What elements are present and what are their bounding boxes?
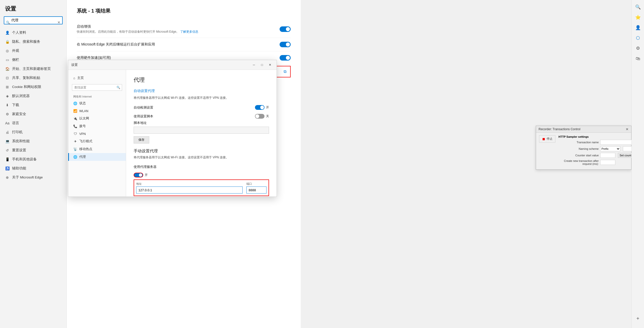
manual-proxy-section: 手动设置代理 将代理服务器用于以太网或 Wi-Fi 连接。这些设置不适用于 VP… [134,149,269,196]
win-home-button[interactable]: ⌂ 主页 [68,74,126,82]
reset-icon: ↺ [5,148,10,152]
run-background-toggle[interactable] [280,42,291,47]
sidebar-item-accessibility[interactable]: ♿ 辅助功能 [0,164,66,173]
printer-icon: 🖨 [5,130,10,134]
use-proxy-state: 开 [145,173,148,177]
transaction-name-label: Transaction name [558,141,599,144]
family-icon: ⚙ [5,112,10,116]
sidebar-item-sidebar[interactable]: ▭ 侧栏 [0,55,66,64]
main-title: 系统 - 1 项结果 [77,8,291,14]
win-nav-item-proxy[interactable]: 🌐 代理 [68,153,126,161]
edge-settings-sidebar: 设置 🔍 ✕ 👤 个人资料 🔒 隐私、搜索和服务 ◎ 外观 ▭ 侧栏 🏠 开始、… [0,0,67,328]
use-proxy-toggle-row: 开 [134,173,269,177]
sidebar-item-default[interactable]: ◈ 默认浏览器 [0,91,66,101]
sidebar-item-printer[interactable]: 🖨 打印机 [0,128,66,137]
manual-proxy-title: 手动设置代理 [134,149,269,154]
win-minimize-button[interactable]: ─ [250,62,257,68]
default-browser-icon: ◈ [5,94,10,98]
win-dialog-title: 设置 [71,63,78,67]
save-button[interactable]: 保存 [134,136,149,144]
wlan-icon: 📶 [73,109,77,113]
auto-proxy-section-title: 自动设置代理 [134,89,269,93]
right-bar-extensions[interactable]: ⬡ [633,33,642,42]
cookies-icon: ⊞ [5,85,10,89]
auto-detect-label: 自动检测设置 [134,105,153,110]
right-bar-favorites[interactable]: ⭐ [633,13,642,22]
win-nav-item-dial[interactable]: 📞 拨号 [68,122,126,130]
hardware-accel-toggle[interactable] [280,55,291,61]
naming-scheme-select[interactable]: Prefix Suffix Format [600,146,620,151]
win-nav-item-status[interactable]: 🌐 状态 [68,100,126,107]
win-nav-item-ethernet[interactable]: 🔌 以太网 [68,115,126,122]
auto-detect-toggle[interactable] [255,105,264,110]
win-maximize-button[interactable]: □ [258,62,266,68]
win-nav-item-airplane[interactable]: ✈ 飞行模式 [68,137,126,145]
search-input[interactable] [4,16,63,24]
win-search-container: 🔍 [68,82,126,93]
hotspot-icon: 📡 [73,147,77,151]
naming-scheme-row: Naming scheme Prefix Suffix Format [558,146,644,151]
use-proxy-toggle[interactable] [134,173,143,177]
sidebar-item-about[interactable]: ⊕ 关于 Microsoft Edge [0,173,66,182]
sidebar-item-profile[interactable]: 👤 个人资料 [0,28,66,37]
stop-button[interactable]: ⏹ 停止 [539,135,555,143]
startup-boost-content: 启动增强 快速转到浏览。启用此功能后，有助于启动设备时更快打开 Microsof… [77,24,280,34]
phone-icon: 📱 [5,157,10,161]
script-toggle-row: 关 [255,114,269,119]
hardware-accel-title: 使用硬件加速(如可用) [77,56,280,60]
right-bar-shop[interactable]: 🛍 [633,54,642,63]
recorder-close-button[interactable]: ✕ [626,127,629,131]
counter-start-label: Counter start value [558,154,599,157]
sidebar-item-reset[interactable]: ↺ 重置设置 [0,146,66,155]
sidebar-item-phone[interactable]: 📱 手机和其他设备 [0,155,66,164]
sidebar-item-share[interactable]: ⊡ 共享、复制和粘贴 [0,73,66,82]
sidebar-item-privacy[interactable]: 🔒 隐私、搜索和服务 [0,37,66,46]
port-input[interactable] [246,186,267,194]
sidebar-item-family[interactable]: ⚙ 家庭安全 [0,110,66,119]
create-trans-input[interactable] [600,160,615,165]
address-input[interactable] [136,186,243,194]
win-settings-dialog: 设置 ─ □ ✕ ⌂ 主页 🔍 网络和 Internet 🌐 状态 📶 [68,60,277,197]
search-clear-icon[interactable]: ✕ [57,20,60,24]
sidebar-title: 设置 [0,5,66,16]
win-search-input[interactable] [72,84,122,91]
right-bar-profile[interactable]: 👤 [633,23,642,32]
right-bar-add[interactable]: + [633,314,642,323]
win-settings-right-panel: 代理 自动设置代理 将代理服务器用于以太网或 Wi-Fi 连接。这些设置不适用于… [126,70,277,197]
appearance-icon: ◎ [5,49,10,53]
hardware-accel-content: 使用硬件加速(如可用) [77,56,280,60]
win-close-button[interactable]: ✕ [267,62,274,68]
right-bar-search[interactable]: 🔍 [633,3,642,12]
win-nav-item-hotspot[interactable]: 📡 移动热点 [68,145,126,153]
win-nav-item-vpn[interactable]: 🛡 VPN [68,130,126,137]
startup-boost-row: 启动增强 快速转到浏览。启用此功能后，有助于启动设备时更快打开 Microsof… [77,21,291,38]
script-address-input[interactable] [134,127,269,134]
sidebar-item-cookies[interactable]: ⊞ Cookie 和网站权限 [0,82,66,91]
sidebar-item-appearance[interactable]: ◎ 外观 [0,46,66,55]
sidebar-item-language[interactable]: Aa 语言 [0,119,66,128]
right-bar-settings[interactable]: ⚙ [633,44,642,53]
use-proxy-label: 使用代理服务器 [134,165,157,169]
win-section-label: 网络和 Internet [68,93,126,100]
port-field: 端口 [246,182,267,194]
sidebar-item-startup[interactable]: 🏠 开始、主页和新建标签页 [0,64,66,73]
sidebar-item-download[interactable]: ⬇ 下载 [0,101,66,110]
counter-start-input[interactable] [600,153,615,158]
recorder-body: ⏹ 停止 HTTP Sampler settings Transaction n… [536,133,631,169]
home-icon: 🏠 [5,67,10,71]
startup-boost-toggle[interactable] [280,26,291,32]
win-controls: ─ □ ✕ [250,62,274,68]
recorder-form: HTTP Sampler settings Transaction name N… [558,135,644,167]
script-toggle[interactable] [255,114,264,119]
win-settings-left-nav: ⌂ 主页 🔍 网络和 Internet 🌐 状态 📶 WLAN 🔌 以太网 [68,70,126,197]
sidebar-item-system[interactable]: 💻 系统和性能 [0,137,66,146]
script-label: 使用设置脚本 [134,114,153,119]
startup-boost-link[interactable]: 了解更多信息 [180,30,198,33]
port-label: 端口 [246,182,267,186]
win-search-icon: 🔍 [117,86,120,89]
win-nav-item-wlan[interactable]: 📶 WLAN [68,107,126,115]
naming-scheme-label: Naming scheme [558,147,599,150]
proxy-icon: 🌐 [73,155,77,159]
auto-proxy-desc: 将代理服务器用于以太网或 Wi-Fi 连接。这些设置不适用于 VPN 连接。 [134,96,269,100]
sidebar-icon: ▭ [5,58,10,62]
